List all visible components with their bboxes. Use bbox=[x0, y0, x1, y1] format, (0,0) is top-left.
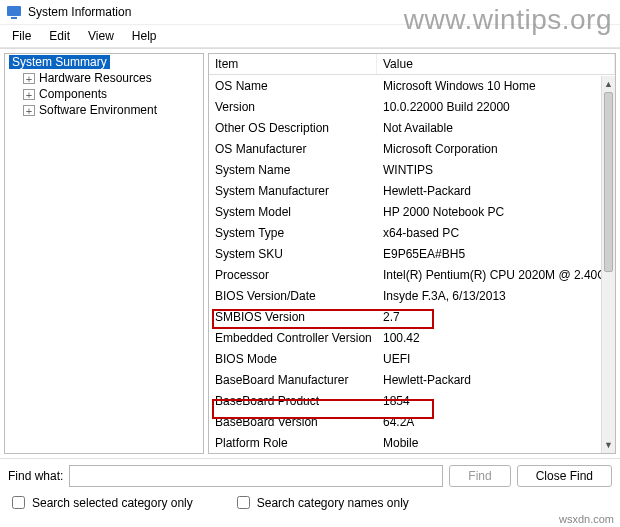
find-input[interactable] bbox=[69, 465, 443, 487]
list-row[interactable]: System NameWINTIPS bbox=[209, 159, 615, 180]
cell-value: Intel(R) Pentium(R) CPU 2020M @ 2.40GHz, bbox=[377, 266, 615, 284]
menubar: File Edit View Help bbox=[0, 25, 620, 48]
cell-item: Version bbox=[209, 98, 377, 116]
cell-value: 64.2A bbox=[377, 413, 615, 431]
cell-item: System Name bbox=[209, 161, 377, 179]
cell-item: System Manufacturer bbox=[209, 182, 377, 200]
cell-value: HP 2000 Notebook PC bbox=[377, 203, 615, 221]
close-find-button[interactable]: Close Find bbox=[517, 465, 612, 487]
cell-item: Other OS Description bbox=[209, 119, 377, 137]
tree-item-label: Software Environment bbox=[39, 103, 157, 117]
find-bar: Find what: Find Close Find Search select… bbox=[0, 458, 620, 518]
expand-icon[interactable]: + bbox=[23, 73, 35, 84]
cell-item: System SKU bbox=[209, 245, 377, 263]
list-row[interactable]: BaseBoard Product1854 bbox=[209, 390, 615, 411]
find-label: Find what: bbox=[8, 469, 63, 483]
list-row[interactable]: System ManufacturerHewlett-Packard bbox=[209, 180, 615, 201]
chk-search-selected-box[interactable] bbox=[12, 496, 25, 509]
menu-view[interactable]: View bbox=[80, 27, 122, 45]
list-row[interactable]: Embedded Controller Version100.42 bbox=[209, 327, 615, 348]
cell-item: BaseBoard Product bbox=[209, 392, 377, 410]
scroll-up-icon[interactable]: ▲ bbox=[602, 76, 615, 92]
svg-rect-0 bbox=[7, 6, 21, 16]
cell-value: Hewlett-Packard bbox=[377, 182, 615, 200]
list-body[interactable]: OS NameMicrosoft Windows 10 HomeVersion1… bbox=[209, 75, 615, 452]
cell-item: Processor bbox=[209, 266, 377, 284]
list-row[interactable]: SMBIOS Version2.7 bbox=[209, 306, 615, 327]
list-row[interactable]: OS ManufacturerMicrosoft Corporation bbox=[209, 138, 615, 159]
list-row[interactable]: System Typex64-based PC bbox=[209, 222, 615, 243]
cell-item: System Model bbox=[209, 203, 377, 221]
chk-search-selected[interactable]: Search selected category only bbox=[8, 493, 193, 512]
header-value[interactable]: Value bbox=[377, 54, 615, 74]
list-row[interactable]: Version10.0.22000 Build 22000 bbox=[209, 96, 615, 117]
svg-rect-1 bbox=[11, 17, 17, 19]
cell-value: Insyde F.3A, 6/13/2013 bbox=[377, 287, 615, 305]
tree-item-components[interactable]: + Components bbox=[19, 86, 203, 102]
list-row[interactable]: System ModelHP 2000 Notebook PC bbox=[209, 201, 615, 222]
cell-item: Platform Role bbox=[209, 434, 377, 452]
tree-item-hardware[interactable]: + Hardware Resources bbox=[19, 70, 203, 86]
list-row[interactable]: Other OS DescriptionNot Available bbox=[209, 117, 615, 138]
list-row[interactable]: BaseBoard ManufacturerHewlett-Packard bbox=[209, 369, 615, 390]
list-row[interactable]: BIOS Version/DateInsyde F.3A, 6/13/2013 bbox=[209, 285, 615, 306]
list-header: Item Value bbox=[209, 54, 615, 75]
cell-value: 10.0.22000 Build 22000 bbox=[377, 98, 615, 116]
cell-value: Mobile bbox=[377, 434, 615, 452]
list-row[interactable]: System SKUE9P65EA#BH5 bbox=[209, 243, 615, 264]
chk-search-names-label: Search category names only bbox=[257, 496, 409, 510]
cell-value: 100.42 bbox=[377, 329, 615, 347]
cell-value: UEFI bbox=[377, 350, 615, 368]
cell-item: OS Manufacturer bbox=[209, 140, 377, 158]
cell-item: SMBIOS Version bbox=[209, 308, 377, 326]
list-row[interactable]: Platform RoleMobile bbox=[209, 432, 615, 452]
header-item[interactable]: Item bbox=[209, 54, 377, 74]
tree-root-label[interactable]: System Summary bbox=[9, 55, 110, 69]
cell-value: Hewlett-Packard bbox=[377, 371, 615, 389]
tree-item-software[interactable]: + Software Environment bbox=[19, 102, 203, 118]
vertical-scrollbar[interactable]: ▲ ▼ bbox=[601, 76, 615, 453]
cell-value: 1854 bbox=[377, 392, 615, 410]
cell-item: BIOS Mode bbox=[209, 350, 377, 368]
tree-item-label: Hardware Resources bbox=[39, 71, 152, 85]
cell-item: OS Name bbox=[209, 77, 377, 95]
cell-item: BIOS Version/Date bbox=[209, 287, 377, 305]
menu-edit[interactable]: Edit bbox=[41, 27, 78, 45]
app-icon bbox=[6, 4, 22, 20]
scroll-down-icon[interactable]: ▼ bbox=[602, 437, 615, 453]
chk-search-names[interactable]: Search category names only bbox=[233, 493, 409, 512]
cell-value: Not Available bbox=[377, 119, 615, 137]
tree-root-row[interactable]: System Summary bbox=[5, 54, 203, 70]
cell-value: x64-based PC bbox=[377, 224, 615, 242]
cell-item: BaseBoard Version bbox=[209, 413, 377, 431]
cell-item: BaseBoard Manufacturer bbox=[209, 371, 377, 389]
find-button[interactable]: Find bbox=[449, 465, 510, 487]
list-row[interactable]: BIOS ModeUEFI bbox=[209, 348, 615, 369]
cell-value: E9P65EA#BH5 bbox=[377, 245, 615, 263]
cell-value: Microsoft Windows 10 Home bbox=[377, 77, 615, 95]
list-row[interactable]: BaseBoard Version64.2A bbox=[209, 411, 615, 432]
cell-value: WINTIPS bbox=[377, 161, 615, 179]
window-title: System Information bbox=[28, 5, 131, 19]
cell-value: 2.7 bbox=[377, 308, 615, 326]
category-tree[interactable]: System Summary + Hardware Resources + Co… bbox=[4, 53, 204, 454]
chk-search-names-box[interactable] bbox=[237, 496, 250, 509]
scroll-track[interactable] bbox=[602, 272, 615, 437]
tree-item-label: Components bbox=[39, 87, 107, 101]
cell-value: Microsoft Corporation bbox=[377, 140, 615, 158]
titlebar: System Information bbox=[0, 0, 620, 25]
menu-help[interactable]: Help bbox=[124, 27, 165, 45]
cell-item: Embedded Controller Version bbox=[209, 329, 377, 347]
main-area: System Summary + Hardware Resources + Co… bbox=[0, 48, 620, 458]
expand-icon[interactable]: + bbox=[23, 105, 35, 116]
chk-search-selected-label: Search selected category only bbox=[32, 496, 193, 510]
expand-icon[interactable]: + bbox=[23, 89, 35, 100]
list-row[interactable]: ProcessorIntel(R) Pentium(R) CPU 2020M @… bbox=[209, 264, 615, 285]
list-row[interactable]: OS NameMicrosoft Windows 10 Home bbox=[209, 75, 615, 96]
scroll-thumb[interactable] bbox=[604, 92, 613, 272]
cell-item: System Type bbox=[209, 224, 377, 242]
details-list: Item Value OS NameMicrosoft Windows 10 H… bbox=[208, 53, 616, 454]
menu-file[interactable]: File bbox=[4, 27, 39, 45]
